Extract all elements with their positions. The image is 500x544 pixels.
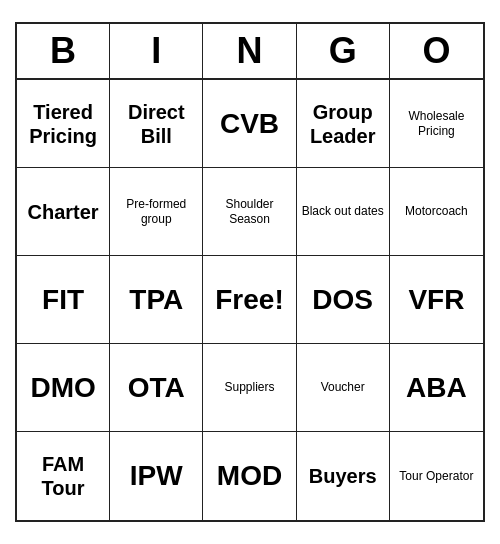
bingo-cell-24: Tour Operator <box>390 432 483 520</box>
bingo-cell-8: Black out dates <box>297 168 390 256</box>
header-letter: I <box>110 24 203 78</box>
bingo-cell-19: ABA <box>390 344 483 432</box>
bingo-cell-17: Suppliers <box>203 344 296 432</box>
bingo-cell-0: Tiered Pricing <box>17 80 110 168</box>
bingo-cell-18: Voucher <box>297 344 390 432</box>
bingo-cell-5: Charter <box>17 168 110 256</box>
bingo-cell-22: MOD <box>203 432 296 520</box>
header-letter: G <box>297 24 390 78</box>
bingo-cell-11: TPA <box>110 256 203 344</box>
bingo-cell-10: FIT <box>17 256 110 344</box>
bingo-cell-20: FAM Tour <box>17 432 110 520</box>
header-letter: B <box>17 24 110 78</box>
bingo-cell-1: Direct Bill <box>110 80 203 168</box>
header-letter: O <box>390 24 483 78</box>
bingo-cell-13: DOS <box>297 256 390 344</box>
bingo-cell-12: Free! <box>203 256 296 344</box>
header-letter: N <box>203 24 296 78</box>
bingo-cell-14: VFR <box>390 256 483 344</box>
bingo-cell-2: CVB <box>203 80 296 168</box>
bingo-cell-16: OTA <box>110 344 203 432</box>
bingo-cell-7: Shoulder Season <box>203 168 296 256</box>
bingo-card: BINGO Tiered PricingDirect BillCVBGroup … <box>15 22 485 522</box>
bingo-cell-9: Motorcoach <box>390 168 483 256</box>
bingo-cell-3: Group Leader <box>297 80 390 168</box>
bingo-cell-23: Buyers <box>297 432 390 520</box>
bingo-cell-6: Pre-formed group <box>110 168 203 256</box>
bingo-cell-4: Wholesale Pricing <box>390 80 483 168</box>
bingo-cell-21: IPW <box>110 432 203 520</box>
bingo-cell-15: DMO <box>17 344 110 432</box>
bingo-header: BINGO <box>17 24 483 80</box>
bingo-grid: Tiered PricingDirect BillCVBGroup Leader… <box>17 80 483 520</box>
